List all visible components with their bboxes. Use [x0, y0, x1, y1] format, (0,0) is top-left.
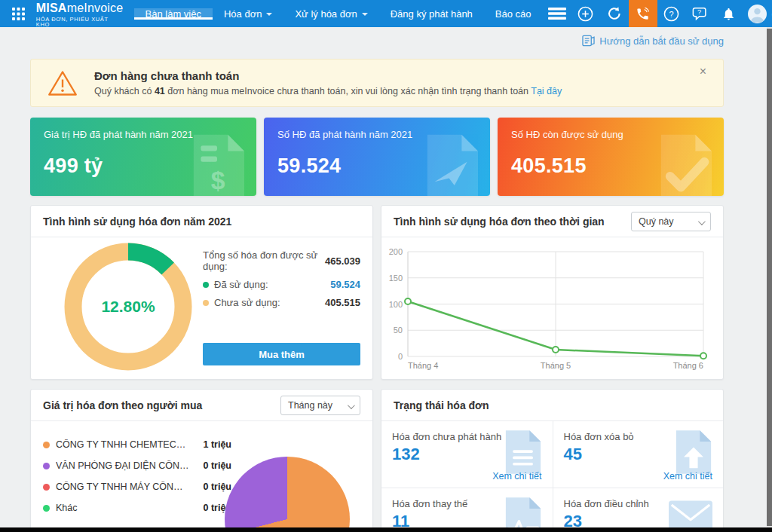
legend-item: Khác 0 triệu [43, 503, 231, 513]
svg-text:?: ? [669, 9, 673, 18]
pie-legend: CÔNG TY TNHH CHEMTECH VIỆT ... 1 triệu V… [43, 439, 231, 524]
time-card-header: Tình hình sử dụng hóa đơn theo thời gian… [381, 206, 723, 237]
donut-center-label: 12.80% [63, 298, 193, 316]
status-cell-unreleased: Hóa đơn chưa phát hành 132 Xem chi tiết [381, 421, 553, 488]
time-card: Tình hình sử dụng hóa đơn theo thời gian… [381, 205, 724, 380]
banner-text: Đơn hàng chưa thanh toán Quý khách có 41… [94, 69, 700, 96]
navbar-left: MISAmeInvoice HÓA ĐƠN, PHIẾU XUẤT KHO Bà… [0, 0, 543, 27]
svg-text:?: ? [697, 8, 701, 16]
donut-chart: 12.80% [63, 242, 193, 371]
usage-card: Tình hình sử dụng hóa đơn năm 2021 12.80… [30, 205, 373, 380]
used-dot-icon [203, 282, 209, 288]
buyer-card-title: Giá trị hóa đơn theo người mua [43, 399, 202, 411]
document-dollar-icon: $ [190, 134, 244, 196]
scrollbar-thumb[interactable] [767, 29, 772, 526]
navbar-icons: ? ? giang [543, 0, 772, 27]
tab-ban-lam-viec[interactable]: Bàn làm việc [134, 8, 213, 20]
unpaid-orders-banner: Đơn hàng chưa thanh toán Quý khách có 41… [30, 59, 724, 107]
brand-meinvoice: meInvoice [67, 2, 124, 14]
status-card-header: Trạng thái hóa đơn [381, 390, 723, 421]
unpaid-count: 41 [155, 86, 165, 96]
help-circle-icon[interactable]: ? [657, 0, 686, 27]
app-window: MISAmeInvoice HÓA ĐƠN, PHIẾU XUẤT KHO Bà… [0, 0, 772, 532]
close-icon[interactable]: × [700, 66, 706, 78]
app-grid-icon[interactable] [8, 0, 30, 27]
svg-text:Tháng 4: Tháng 4 [408, 361, 438, 370]
support-phone-icon[interactable] [629, 0, 657, 27]
tab-xu-ly-hoa-don[interactable]: Xử lý hóa đơn [283, 8, 378, 20]
view-detail-link[interactable]: Xem chi tiết [492, 471, 541, 482]
usage-card-body: 12.80% Tổng số hóa đơn được sử dụng: 465… [31, 237, 372, 380]
brand-subtitle: HÓA ĐƠN, PHIẾU XUẤT KHO [36, 17, 124, 28]
pie-chart [225, 457, 350, 532]
document-check-icon [657, 134, 712, 196]
legend-dot-icon [43, 463, 50, 469]
getting-started-link[interactable]: Hướng dẫn bắt đầu sử dụng [582, 35, 724, 47]
warning-triangle-icon [47, 69, 78, 97]
vertical-scrollbar[interactable] [767, 27, 772, 532]
status-cell-deleted: Hóa đơn xóa bỏ 45 Xem chi tiết [553, 421, 724, 488]
used-row: Đã sử dụng: 59.524 [203, 279, 360, 290]
banner-title: Đơn hàng chưa thanh toán [94, 69, 700, 82]
status-grid: Hóa đơn chưa phát hành 132 Xem chi tiết … [381, 421, 723, 532]
view-detail-link[interactable]: Xem chi tiết [663, 471, 712, 482]
buyer-card: Giá trị hóa đơn theo người mua Tháng này… [30, 389, 373, 532]
guide-book-icon [582, 35, 595, 47]
stat-card-remaining: Số HĐ còn được sử dụng 405.515 [498, 118, 724, 196]
brand-misa: MISA [36, 2, 67, 14]
svg-text:200: 200 [389, 247, 403, 256]
top-navbar: MISAmeInvoice HÓA ĐƠN, PHIẾU XUẤT KHO Bà… [0, 0, 772, 27]
legend-item: VĂN PHÒNG ĐẠI DIỆN CÔNG TY C... 0 triệu [43, 460, 231, 471]
usage-card-header: Tình hình sử dụng hóa đơn năm 2021 [31, 206, 372, 237]
document-arrow-up-icon [675, 430, 712, 474]
hamburger-menu-icon[interactable] [543, 0, 571, 27]
line-chart: 050100150200Tháng 4Tháng 5Tháng 6 [381, 237, 725, 378]
invoice-status-card: Trạng thái hóa đơn Hóa đơn chưa phát hàn… [381, 389, 724, 532]
status-cell-replaced: Hóa đơn thay thế 11 [381, 488, 553, 532]
usage-stats: Tổng số hóa đơn được sử dụng: 465.039 Đã… [203, 249, 360, 315]
stat-card-invoice-value: Giá trị HĐ đã phát hành năm 2021 499 tỷ … [30, 118, 256, 196]
main-nav-tabs: Bàn làm việc Hóa đơn Xử lý hóa đơn Đăng … [134, 8, 543, 20]
month-select[interactable]: Tháng này [280, 396, 360, 415]
banner-here-link[interactable]: Tại đây [531, 86, 562, 96]
period-select[interactable]: Quý này [631, 212, 711, 231]
banner-body: Quý khách có 41 đơn hàng mua meInvoice c… [94, 86, 700, 96]
time-card-title: Tình hình sử dụng hóa đơn theo thời gian [394, 216, 605, 228]
brand-logo: MISAmeInvoice HÓA ĐƠN, PHIẾU XUẤT KHO [36, 0, 124, 28]
document-send-icon [424, 134, 478, 196]
document-lines-icon [504, 430, 542, 474]
svg-text:Tháng 6: Tháng 6 [673, 361, 703, 370]
unused-dot-icon [203, 300, 209, 306]
svg-text:0: 0 [398, 352, 403, 361]
buyer-card-header: Giá trị hóa đơn theo người mua Tháng này [31, 390, 372, 421]
unused-row: Chưa sử dụng: 405.515 [203, 297, 360, 308]
notification-bell-icon[interactable] [715, 0, 743, 27]
status-card-title: Trạng thái hóa đơn [394, 399, 489, 411]
svg-text:Tháng 5: Tháng 5 [541, 361, 571, 370]
user-menu[interactable]: giang [743, 5, 772, 23]
screen-bottom-edge [0, 527, 772, 532]
legend-dot-icon [43, 442, 50, 448]
buyer-card-body: CÔNG TY TNHH CHEMTECH VIỆT ... 1 triệu V… [31, 421, 372, 532]
chevron-down-icon [266, 13, 272, 16]
legend-item: CÔNG TY TNHH CHEMTECH VIỆT ... 1 triệu [43, 439, 231, 450]
status-cell-adjusted: Hóa đơn điều chỉnh 23 [553, 488, 724, 532]
svg-text:$: $ [211, 167, 225, 194]
stat-card-invoice-count: Số HĐ đã phát hành năm 2021 59.524 [264, 118, 490, 196]
tab-hoa-don[interactable]: Hóa đơn [213, 8, 283, 20]
feedback-chat-icon[interactable]: ? [686, 0, 715, 27]
tab-dang-ky-phat-hanh[interactable]: Đăng ký phát hành [379, 8, 484, 20]
refresh-icon[interactable] [600, 0, 629, 27]
svg-text:150: 150 [389, 274, 403, 283]
chevron-down-icon [362, 13, 368, 16]
tab-bao-cao[interactable]: Báo cáo [484, 8, 543, 20]
usage-card-title: Tình hình sử dụng hóa đơn năm 2021 [43, 216, 231, 228]
svg-text:50: 50 [394, 326, 403, 335]
buy-more-button[interactable]: Mua thêm [203, 343, 360, 365]
add-circle-icon[interactable] [571, 0, 600, 27]
stat-cards-row: Giá trị HĐ đã phát hành năm 2021 499 tỷ … [30, 118, 724, 196]
avatar [748, 5, 767, 23]
legend-dot-icon [43, 505, 50, 512]
legend-dot-icon [43, 484, 50, 491]
legend-item: CÔNG TY TNHH MÁY CÔNG TRÌNH... 0 triệu [43, 482, 231, 492]
